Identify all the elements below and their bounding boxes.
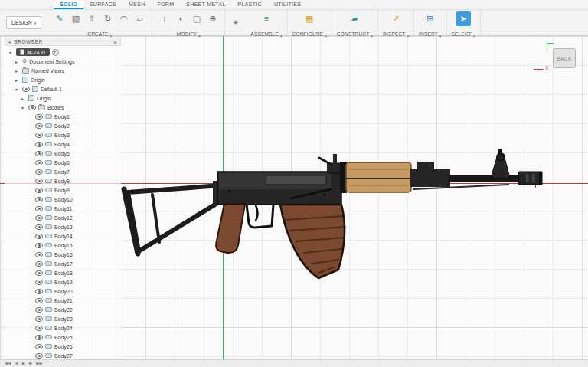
tree-item-body[interactable]: Body21: [5, 296, 121, 305]
box-primitive-icon[interactable]: ▧: [68, 11, 83, 26]
configure-icon[interactable]: ▦: [302, 11, 317, 26]
tab-mesh[interactable]: MESH: [122, 0, 151, 9]
tree-arrow-icon[interactable]: ▾: [15, 87, 20, 92]
tree-item-origin[interactable]: ▸Origin: [5, 75, 121, 84]
tree-item-origin[interactable]: ▸Origin: [5, 93, 121, 103]
visibility-eye-icon[interactable]: [35, 123, 43, 129]
tree-item-default-1[interactable]: ▾Default 1: [5, 84, 121, 93]
visibility-eye-icon[interactable]: [35, 298, 43, 303]
move-tool-icon[interactable]: ⌖: [228, 15, 243, 30]
tree-arrow-icon[interactable]: ▸: [15, 77, 20, 83]
step-forward-icon[interactable]: ▶: [29, 362, 32, 366]
visibility-eye-icon[interactable]: [35, 206, 43, 211]
tree-item-body[interactable]: Body6: [5, 158, 121, 167]
visibility-eye-icon[interactable]: [35, 252, 43, 257]
visibility-eye-icon[interactable]: [35, 151, 43, 156]
measure-icon[interactable]: ↗: [389, 11, 403, 26]
panel-options-icon[interactable]: ◉: [113, 40, 117, 44]
visibility-eye-icon[interactable]: [35, 215, 43, 221]
visibility-eye-icon[interactable]: [35, 270, 43, 276]
step-back-icon[interactable]: ◀: [15, 362, 18, 366]
visibility-eye-icon[interactable]: [35, 169, 43, 175]
tree-item-body[interactable]: Body9: [5, 185, 121, 195]
toolbar-group-dropdown[interactable]: SELECT: [452, 27, 475, 41]
tree-arrow-icon[interactable]: ▸: [15, 59, 20, 64]
toolbar-group-dropdown[interactable]: INSPECT: [383, 27, 409, 41]
visibility-eye-icon[interactable]: [35, 243, 43, 248]
skip-to-start-icon[interactable]: ◀◀: [5, 362, 11, 366]
visibility-eye-icon[interactable]: [35, 197, 43, 202]
tree-item-body[interactable]: Body20: [5, 287, 121, 296]
tree-item-document-settings[interactable]: ▸⚙Document Settings: [5, 57, 121, 66]
revolve-icon[interactable]: ↻: [100, 11, 115, 26]
tab-form[interactable]: FORM: [152, 0, 181, 9]
document-selected-bar[interactable]: ak-74 v1: [16, 48, 50, 56]
visibility-eye-icon[interactable]: [35, 280, 43, 285]
tree-item-body[interactable]: Body18: [5, 268, 121, 277]
tree-arrow-icon[interactable]: ▸: [21, 96, 26, 101]
tree-item-body[interactable]: Body4: [5, 139, 121, 149]
tree-item-document[interactable]: ▾ ak-74 v1 ↻: [5, 48, 121, 57]
tree-item-body[interactable]: Body25: [5, 333, 121, 342]
tree-item-body[interactable]: Body23: [5, 314, 121, 323]
tree-item-body[interactable]: Body13: [5, 222, 121, 231]
combine-icon[interactable]: ⊕: [205, 11, 220, 26]
construct-plane-icon[interactable]: ▰: [348, 11, 362, 26]
tree-item-body[interactable]: Body10: [5, 195, 121, 204]
visibility-eye-icon[interactable]: [35, 114, 43, 120]
insert-icon[interactable]: ⊞: [423, 11, 437, 26]
collapse-panel-icon[interactable]: ◂: [8, 39, 11, 44]
tree-item-body[interactable]: Body5: [5, 149, 121, 158]
visibility-eye-icon[interactable]: [35, 133, 43, 138]
tree-arrow-icon[interactable]: ▾: [9, 50, 14, 55]
extrude-icon[interactable]: ⇧: [84, 11, 99, 26]
press-pull-icon[interactable]: ↕: [157, 11, 172, 26]
visibility-eye-icon[interactable]: [35, 353, 43, 359]
tree-item-body[interactable]: Body16: [5, 250, 121, 259]
assemble-icon[interactable]: ≡: [259, 11, 273, 26]
tree-item-body[interactable]: Body14: [5, 231, 121, 241]
visibility-eye-icon[interactable]: [35, 261, 43, 267]
toolbar-group-dropdown[interactable]: CONSTRUCT: [337, 27, 373, 41]
play-icon[interactable]: ▶: [22, 362, 25, 366]
toolbar-group-dropdown[interactable]: CREATE: [88, 27, 113, 41]
tree-item-body[interactable]: Body22: [5, 305, 121, 314]
visibility-eye-icon[interactable]: [35, 179, 43, 184]
visibility-eye-icon[interactable]: [35, 234, 43, 239]
visibility-eye-icon[interactable]: [35, 307, 43, 313]
tree-item-body[interactable]: Body8: [5, 176, 121, 185]
toolbar-group-dropdown[interactable]: CONFIGURE: [292, 27, 327, 41]
toolbar-group-dropdown[interactable]: MODIFY: [177, 27, 201, 41]
visibility-eye-icon[interactable]: [28, 105, 36, 110]
tree-item-body[interactable]: Body3: [5, 130, 121, 139]
tree-item-body[interactable]: Body24: [5, 323, 121, 333]
visibility-eye-icon[interactable]: [35, 344, 43, 349]
tree-item-body[interactable]: Body12: [5, 213, 121, 222]
visibility-eye-icon[interactable]: [35, 224, 43, 230]
tree-item-named-views[interactable]: ▸Named Views: [5, 66, 121, 75]
tab-utilities[interactable]: UTILITIES: [268, 0, 307, 9]
toolbar-group-dropdown[interactable]: ASSEMBLE: [250, 27, 282, 41]
tab-sheet-metal[interactable]: SHEET METAL: [180, 0, 231, 9]
visibility-eye-icon[interactable]: [35, 160, 43, 165]
visibility-eye-icon[interactable]: [35, 335, 43, 340]
select-cursor-icon[interactable]: ➤: [456, 11, 471, 26]
tab-surface[interactable]: SURFACE: [83, 0, 122, 9]
visibility-eye-icon[interactable]: [22, 87, 30, 92]
tab-plastic[interactable]: PLASTIC: [232, 0, 268, 9]
sweep-icon[interactable]: ◠: [116, 11, 131, 26]
design-menu-button[interactable]: DESIGN: [6, 16, 41, 29]
tree-arrow-icon[interactable]: ▸: [15, 68, 20, 74]
visibility-eye-icon[interactable]: [35, 326, 43, 331]
viewcube[interactable]: BACK: [553, 48, 576, 68]
tree-item-bodies[interactable]: ▾Bodies: [5, 103, 121, 112]
shell-icon[interactable]: ▢: [189, 11, 204, 26]
tree-item-body[interactable]: Body2: [5, 121, 121, 130]
tree-item-body[interactable]: Body15: [5, 241, 121, 250]
visibility-eye-icon[interactable]: [35, 289, 43, 294]
tree-item-body[interactable]: Body1: [5, 112, 121, 121]
new-sketch-icon[interactable]: ✎: [52, 11, 67, 26]
tab-solid[interactable]: SOLID: [54, 0, 83, 9]
tree-item-body[interactable]: Body7: [5, 167, 121, 176]
tree-item-body[interactable]: Body19: [5, 277, 121, 287]
